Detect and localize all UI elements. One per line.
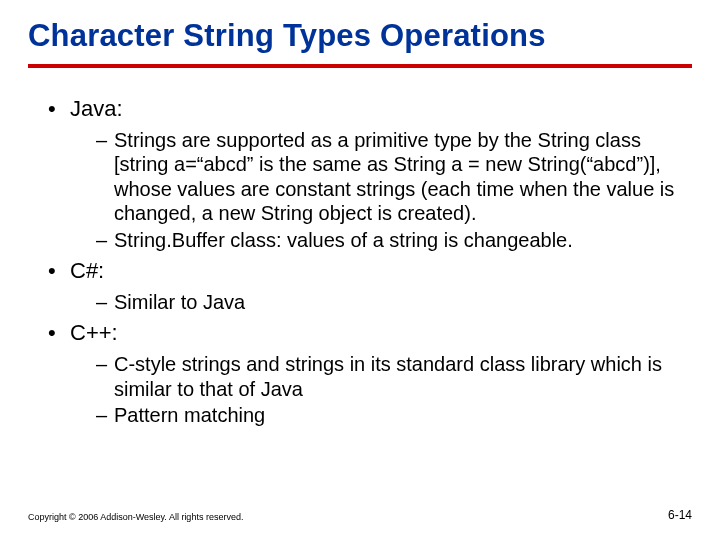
sublist-csharp: Similar to Java bbox=[70, 290, 692, 314]
sublist-java: Strings are supported as a primitive typ… bbox=[70, 128, 692, 252]
bullet-java: Java: Strings are supported as a primiti… bbox=[48, 96, 692, 252]
list-item: Pattern matching bbox=[96, 403, 692, 427]
list-item: String.Buffer class: values of a string … bbox=[96, 228, 692, 252]
list-item: Strings are supported as a primitive typ… bbox=[96, 128, 692, 226]
list-item: C-style strings and strings in its stand… bbox=[96, 352, 692, 401]
bullet-cpp-label: C++: bbox=[70, 320, 118, 345]
bullet-java-label: Java: bbox=[70, 96, 123, 121]
slide: Character String Types Operations Java: … bbox=[0, 0, 720, 428]
title-rule bbox=[28, 64, 692, 68]
sublist-cpp: C-style strings and strings in its stand… bbox=[70, 352, 692, 427]
bullet-csharp: C#: Similar to Java bbox=[48, 258, 692, 314]
bullet-cpp: C++: C-style strings and strings in its … bbox=[48, 320, 692, 427]
list-item: Similar to Java bbox=[96, 290, 692, 314]
footer-copyright: Copyright © 2006 Addison-Wesley. All rig… bbox=[28, 512, 243, 522]
slide-title: Character String Types Operations bbox=[28, 18, 692, 54]
bullet-list: Java: Strings are supported as a primiti… bbox=[28, 96, 692, 428]
footer-page-number: 6-14 bbox=[668, 508, 692, 522]
bullet-csharp-label: C#: bbox=[70, 258, 104, 283]
